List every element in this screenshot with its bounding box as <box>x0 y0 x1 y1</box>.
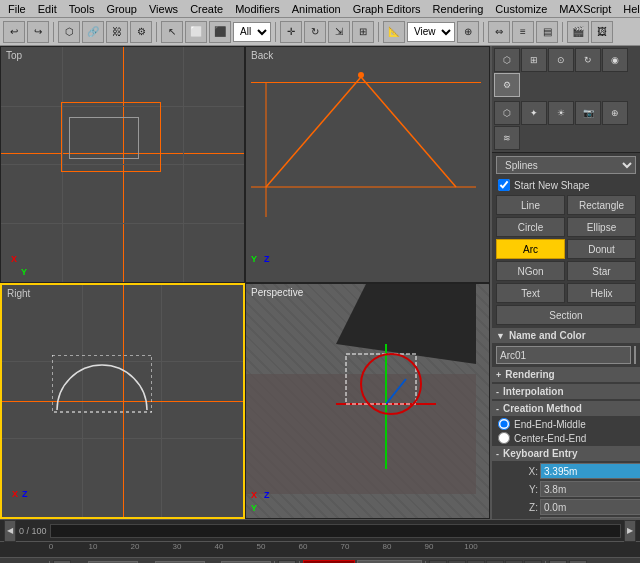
viewport-area: Top X Y Back <box>0 46 492 519</box>
timeline-scroll-right[interactable]: ▶ <box>624 520 636 542</box>
menu-group[interactable]: Group <box>100 2 143 16</box>
rotate-button[interactable]: ↻ <box>304 21 326 43</box>
donut-btn[interactable]: Donut <box>567 239 636 259</box>
lock-icon[interactable]: 🔒 <box>53 560 71 564</box>
menu-create[interactable]: Create <box>184 2 229 16</box>
ellipse-btn[interactable]: Ellipse <box>567 217 636 237</box>
z-axis-right: Z <box>22 489 28 499</box>
key-icon[interactable]: 🔑 <box>278 560 296 564</box>
rectangle-btn[interactable]: Rectangle <box>567 195 636 215</box>
viewport-right[interactable]: Right X Z <box>0 283 245 520</box>
spinner-y-label: Y: <box>496 484 538 495</box>
creation-method-header[interactable]: - Creation Method <box>492 401 640 416</box>
scale-type-button[interactable]: ⊞ <box>352 21 374 43</box>
radio-cee[interactable] <box>498 432 510 444</box>
unlink-button[interactable]: ⛓ <box>106 21 128 43</box>
name-color-header[interactable]: ▼ Name and Color <box>492 328 640 343</box>
selection-filter[interactable]: All <box>233 22 271 42</box>
tab-hierarchy[interactable]: ⊙ <box>548 48 574 72</box>
menu-views[interactable]: Views <box>143 2 184 16</box>
object-name-input[interactable] <box>496 346 631 364</box>
ref-coord-select[interactable]: View <box>407 22 455 42</box>
spinner-x-input[interactable] <box>540 463 640 479</box>
render-setup-button[interactable]: 🖼 <box>591 21 613 43</box>
play-btn[interactable]: ▶ <box>467 560 485 564</box>
radio-eem[interactable] <box>498 418 510 430</box>
start-new-shape-checkbox[interactable] <box>498 179 510 191</box>
section-btn[interactable]: Section <box>496 305 636 325</box>
cameras-icon[interactable]: 📷 <box>575 101 601 125</box>
move-button[interactable]: ✛ <box>280 21 302 43</box>
link-button[interactable]: 🔗 <box>82 21 104 43</box>
viewport-top[interactable]: Top X Y <box>0 46 245 283</box>
color-swatch[interactable] <box>634 346 636 364</box>
auto-key-button[interactable]: Auto Key <box>303 560 356 564</box>
line-btn[interactable]: Line <box>496 195 565 215</box>
viewport-top-label: Top <box>6 50 22 61</box>
bind-button[interactable]: ⚙ <box>130 21 152 43</box>
mirror-button[interactable]: ⇔ <box>488 21 510 43</box>
next-frame-btn[interactable]: ⏭ <box>505 560 523 564</box>
menu-graph-editors[interactable]: Graph Editors <box>347 2 427 16</box>
menu-rendering[interactable]: Rendering <box>427 2 490 16</box>
tab-motion[interactable]: ↻ <box>575 48 601 72</box>
lights-icon[interactable]: ☀ <box>548 101 574 125</box>
object-type-dropdown[interactable]: Splines <box>496 156 636 174</box>
rendering-header[interactable]: + Rendering <box>492 367 640 382</box>
scale-button[interactable]: ⇲ <box>328 21 350 43</box>
timeline-scroll-left[interactable]: ◀ <box>4 520 16 542</box>
text-btn[interactable]: Text <box>496 283 565 303</box>
tab-create[interactable]: ⬡ <box>494 48 520 72</box>
mini-curve-editor-icon[interactable]: 📈 <box>549 560 567 564</box>
star-btn[interactable]: Star <box>567 261 636 281</box>
shape-inner <box>69 117 139 159</box>
redo-button[interactable]: ↪ <box>27 21 49 43</box>
spinner-y-input[interactable] <box>540 481 640 497</box>
align-button[interactable]: ≡ <box>512 21 534 43</box>
helpers-icon[interactable]: ⊕ <box>602 101 628 125</box>
window-crossing-button[interactable]: ⬛ <box>209 21 231 43</box>
undo-button[interactable]: ↩ <box>3 21 25 43</box>
name-color-title: Name and Color <box>509 330 586 341</box>
tab-modify[interactable]: ⊞ <box>521 48 547 72</box>
geometry-icon[interactable]: ⬡ <box>494 101 520 125</box>
viewport-perspective[interactable]: Perspective X Y Z <box>245 283 490 520</box>
tab-utilities[interactable]: ⚙ <box>494 73 520 97</box>
menu-edit[interactable]: Edit <box>32 2 63 16</box>
render-button[interactable]: 🎬 <box>567 21 589 43</box>
arc-btn[interactable]: Arc <box>496 239 565 259</box>
circle-btn[interactable]: Circle <box>496 217 565 237</box>
select-button[interactable]: ↖ <box>161 21 183 43</box>
select-obj-button[interactable]: ⬡ <box>58 21 80 43</box>
viewport-back[interactable]: Back Y Z <box>245 46 490 283</box>
select-region-button[interactable]: ⬜ <box>185 21 207 43</box>
spinner-z-input[interactable] <box>540 499 640 515</box>
keyboard-entry-header[interactable]: - Keyboard Entry <box>492 446 640 461</box>
timeline-track[interactable] <box>50 524 621 538</box>
menu-customize[interactable]: Customize <box>489 2 553 16</box>
prev-key-btn[interactable]: ◀◀ <box>448 560 466 564</box>
spacewarps-icon[interactable]: ≋ <box>494 126 520 150</box>
prev-frame-btn[interactable]: ⏮ <box>429 560 447 564</box>
y-axis-label-top: Y <box>21 267 27 277</box>
next-key-btn[interactable]: ▶▶ <box>486 560 504 564</box>
interpolation-header[interactable]: - Interpolation <box>492 384 640 399</box>
toolbar-separator-6 <box>562 22 563 42</box>
selection-mode-select[interactable]: Selected <box>357 560 422 564</box>
pivot-button[interactable]: ⊕ <box>457 21 479 43</box>
ngon-btn[interactable]: NGon <box>496 261 565 281</box>
shapes-icon[interactable]: ✦ <box>521 101 547 125</box>
anim-controls: ⏮ ◀◀ ▶ ▶▶ ⏭ ⏭ <box>429 560 542 564</box>
last-frame-btn[interactable]: ⏭ <box>524 560 542 564</box>
menu-animation[interactable]: Animation <box>286 2 347 16</box>
time-config-icon[interactable]: ⏱ <box>569 560 587 564</box>
menu-maxscript[interactable]: MAXScript <box>553 2 617 16</box>
ref-coord-button[interactable]: 📐 <box>383 21 405 43</box>
menu-modifiers[interactable]: Modifiers <box>229 2 286 16</box>
layer-button[interactable]: ▤ <box>536 21 558 43</box>
helix-btn[interactable]: Helix <box>567 283 636 303</box>
menu-help[interactable]: Help <box>617 2 640 16</box>
tab-display[interactable]: ◉ <box>602 48 628 72</box>
menu-tools[interactable]: Tools <box>63 2 101 16</box>
menu-file[interactable]: File <box>2 2 32 16</box>
